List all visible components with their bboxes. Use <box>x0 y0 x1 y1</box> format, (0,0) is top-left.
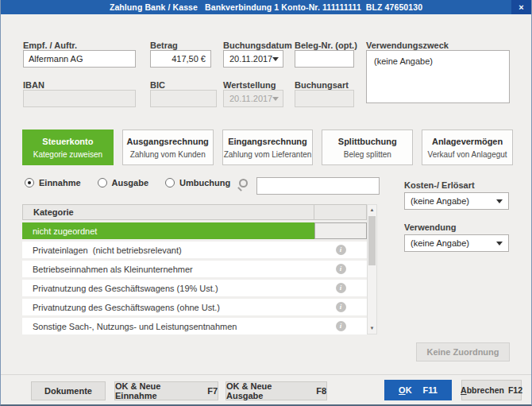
tab-steuerkonto[interactable]: Steuerkonto Kategorie zuweisen <box>22 130 114 165</box>
betrag-input[interactable] <box>150 50 211 68</box>
empf-auftr-input[interactable] <box>23 50 136 68</box>
button-label: Abbrechen <box>461 385 504 395</box>
close-icon[interactable]: × <box>511 0 531 14</box>
radio-label: Umbuchung <box>179 178 230 188</box>
tab-title: Steuerkonto <box>23 137 113 146</box>
button-label: Dokumente <box>44 386 92 396</box>
radio-einnahme[interactable]: Einnahme <box>25 178 81 188</box>
table-row[interactable]: nicht zugeordnet <box>22 222 367 239</box>
chevron-down-icon <box>496 242 503 246</box>
tab-ausgangsrechnung[interactable]: Ausgangsrechnung Zahlung vom Kunden <box>122 130 214 165</box>
tab-title: Eingangsrechnung <box>223 137 313 146</box>
column-header-info <box>314 205 366 219</box>
window-title: Zahlung Bank / Kasse Bankverbindung 1 Ko… <box>110 2 422 12</box>
table-row[interactable]: Betriebseinnahmen als Kleinunternehmer i <box>22 261 367 277</box>
buchungsdatum-select[interactable]: 20.11.2017 <box>223 50 283 68</box>
button-label: OK & Neue Ausgabe <box>226 381 308 400</box>
buchungsdatum-value: 20.11.2017 <box>229 54 272 64</box>
row-label: Privatnutzung des Geschäftswagens (ohne … <box>22 299 314 315</box>
ok-button[interactable]: OK F11 <box>384 380 452 400</box>
tab-subtitle: Kategorie zuweisen <box>23 150 113 159</box>
row-label: Privateinlagen (nicht betriebsrelevant) <box>22 242 314 258</box>
info-icon[interactable]: i <box>336 302 346 312</box>
tab-title: Anlagevermögen <box>422 137 512 146</box>
shortcut-key: F7 <box>207 386 218 396</box>
tab-subtitle: Zahlung vom Kunden <box>123 150 213 159</box>
search-input[interactable] <box>256 177 380 195</box>
verwendung-value: (keine Angabe) <box>411 238 469 248</box>
wertstellung-select: 20.11.2017 <box>223 90 283 107</box>
label-kosten-erloesart: Kosten-/ Erlösart <box>404 180 475 190</box>
chevron-down-icon <box>272 97 279 101</box>
verwendung-select[interactable]: (keine Angabe) <box>404 234 509 252</box>
row-label: Betriebseinnahmen als Kleinunternehmer <box>22 261 314 277</box>
dokumente-button[interactable]: Dokumente <box>31 381 106 400</box>
scroll-down-icon[interactable]: ▼ <box>368 323 376 334</box>
radio-circle-icon <box>98 178 107 188</box>
table-row[interactable]: Privateinlagen (nicht betriebsrelevant) … <box>22 242 367 258</box>
ok-neue-ausgabe-button[interactable]: OK & Neue Ausgabe F8 <box>226 381 327 400</box>
table-row[interactable]: Sonstige Sach-, Nutzungs- und Leistungse… <box>22 318 367 334</box>
abbrechen-button[interactable]: Abbrechen F12 <box>461 380 522 400</box>
tab-title: Splittbuchung <box>322 137 412 146</box>
tab-subtitle: Beleg splitten <box>322 150 412 159</box>
tab-title: Ausgangsrechnung <box>123 137 213 146</box>
tab-subtitle: Zahlung vom Lieferanten <box>223 150 313 159</box>
label-betrag: Betrag <box>150 41 178 50</box>
button-label: OK <box>399 385 412 395</box>
info-icon[interactable]: i <box>336 321 346 331</box>
tab-subtitle: Verkauf von Anlagegut <box>422 150 512 159</box>
label-buchungsdatum: Buchungsdatum <box>223 41 292 50</box>
scrollbar[interactable]: ▲ ▼ <box>367 204 377 334</box>
iban-input <box>23 90 136 107</box>
label-verwendung: Verwendung <box>404 222 456 232</box>
label-wertstellung: Wertstellung <box>223 80 276 90</box>
radio-umbuchung[interactable]: Umbuchung <box>165 178 230 188</box>
row-label: nicht zugeordnet <box>22 222 314 239</box>
shortcut-key: F8 <box>316 386 326 396</box>
ok-neue-einnahme-button[interactable]: OK & Neue Einnahme F7 <box>114 381 218 400</box>
scroll-up-icon[interactable]: ▲ <box>368 205 376 215</box>
radio-label: Ausgabe <box>112 178 148 188</box>
shortcut-key: F11 <box>423 385 438 395</box>
beleg-nr-input[interactable] <box>295 50 354 68</box>
row-label: Privatnutzung des Geschäftswagens (19% U… <box>22 280 314 296</box>
wertstellung-value: 20.11.2017 <box>229 94 272 103</box>
titlebar: Zahlung Bank / Kasse Bankverbindung 1 Ko… <box>1 0 531 14</box>
info-icon[interactable]: i <box>336 245 346 255</box>
dialog-zahlung-bank-kasse: Zahlung Bank / Kasse Bankverbindung 1 Ko… <box>0 0 532 406</box>
scrollbar-thumb[interactable] <box>368 216 376 265</box>
keine-zuordnung-button: Keine Zuordnung <box>416 342 510 362</box>
tab-anlagevermoegen[interactable]: Anlagevermögen Verkauf von Anlagegut <box>422 130 513 165</box>
table-row[interactable]: Privatnutzung des Geschäftswagens (ohne … <box>22 299 367 315</box>
buchungsart-input <box>295 90 354 107</box>
button-label: OK & Neue Einnahme <box>115 381 199 400</box>
kosten-erloesart-value: (keine Angabe) <box>411 196 469 206</box>
shortcut-key: F12 <box>508 385 522 395</box>
label-empf-auftr: Empf. / Auftr. <box>23 41 77 50</box>
info-icon[interactable]: i <box>336 283 346 293</box>
verwendungszweck-textarea[interactable]: (keine Angabe) <box>366 50 510 103</box>
chevron-down-icon <box>496 199 503 203</box>
tab-splittbuchung[interactable]: Splittbuchung Beleg splitten <box>322 130 413 165</box>
kosten-erloesart-select[interactable]: (keine Angabe) <box>404 192 509 210</box>
label-beleg-nr: Beleg-Nr. (opt.) <box>295 41 357 50</box>
info-icon[interactable]: i <box>336 264 346 274</box>
footer-divider <box>1 374 531 375</box>
table-header[interactable]: Kategorie <box>22 204 367 220</box>
label-buchungsart: Buchungsart <box>295 80 349 90</box>
bic-input <box>150 90 217 107</box>
kategorie-table: Kategorie nicht zugeordnet Privateinlage… <box>22 204 377 334</box>
row-label: Sonstige Sach-, Nutzungs- und Leistungse… <box>22 318 314 334</box>
search-icon <box>237 178 251 192</box>
tab-eingangsrechnung[interactable]: Eingangsrechnung Zahlung vom Lieferanten <box>222 130 314 165</box>
label-verwendungszweck: Verwendungszweck <box>366 41 449 50</box>
label-bic: BIC <box>150 80 165 90</box>
label-iban: IBAN <box>23 80 44 90</box>
radio-ausgabe[interactable]: Ausgabe <box>98 178 148 188</box>
table-row[interactable]: Privatnutzung des Geschäftswagens (19% U… <box>22 280 367 296</box>
radio-label: Einnahme <box>39 178 81 188</box>
radio-circle-icon <box>25 178 34 188</box>
radio-circle-icon <box>165 178 175 188</box>
chevron-down-icon <box>272 57 279 61</box>
